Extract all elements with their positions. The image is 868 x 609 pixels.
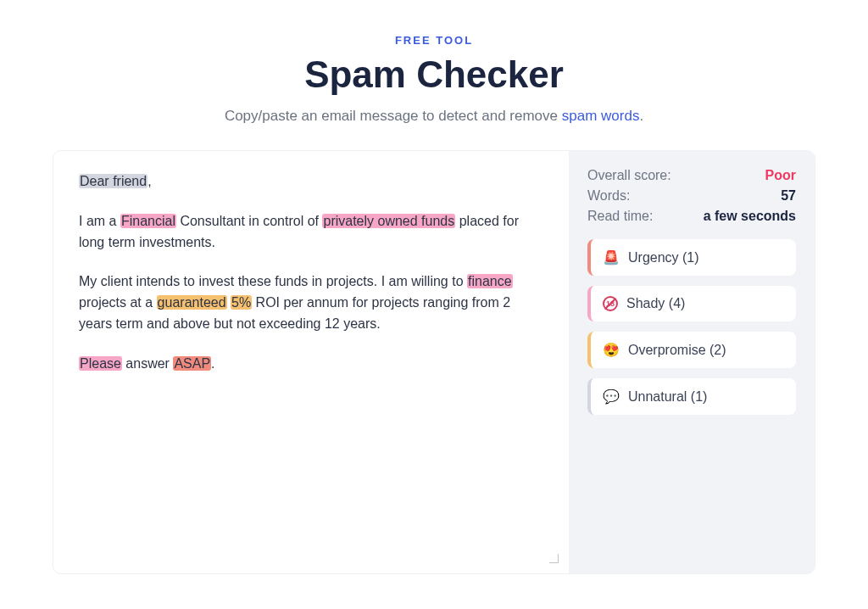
chat-icon: 💬 (603, 388, 620, 405)
stat-readtime: Read time: a few seconds (587, 209, 796, 224)
eyebrow-label: FREE TOOL (395, 34, 473, 47)
highlight-shady[interactable]: privately owned funds (322, 214, 455, 228)
highlight-unnatural[interactable]: Dear friend (79, 174, 147, 188)
category-label: Overpromise (2) (628, 343, 726, 358)
subtitle-post: . (639, 108, 643, 124)
highlight-shady[interactable]: finance (467, 274, 513, 288)
category-urgency[interactable]: 🚨Urgency (1) (587, 239, 796, 276)
category-shady[interactable]: 18Shady (4) (587, 286, 796, 321)
stat-overall: Overall score: Poor (587, 168, 796, 183)
stat-words-label: Words: (587, 188, 630, 204)
stat-overall-label: Overall score: (587, 168, 671, 183)
category-label: Urgency (1) (628, 250, 699, 265)
no-18-icon: 18 (603, 296, 618, 311)
spam-words-link[interactable]: spam words (562, 108, 640, 124)
highlight-shady[interactable]: Financial (120, 214, 176, 228)
email-paragraph: My client intends to invest these funds … (79, 271, 543, 334)
category-label: Unnatural (1) (628, 389, 707, 405)
email-paragraph: I am a Financial Consultant in control o… (79, 211, 543, 254)
stat-readtime-value: a few seconds (704, 209, 796, 224)
email-editor[interactable]: Dear friend, I am a Financial Consultant… (53, 151, 569, 573)
stat-readtime-label: Read time: (587, 209, 653, 224)
stat-overall-value: Poor (765, 168, 796, 183)
resize-handle[interactable] (547, 551, 559, 563)
email-paragraph: Dear friend, (79, 171, 543, 193)
highlight-shady[interactable]: Please (79, 356, 122, 371)
results-sidebar: Overall score: Poor Words: 57 Read time:… (569, 151, 815, 573)
email-paragraph: Please answer ASAP. (79, 354, 543, 375)
page-subtitle: Copy/paste an email message to detect an… (225, 108, 643, 125)
category-unnatural[interactable]: 💬Unnatural (1) (587, 378, 796, 415)
page-title: Spam Checker (304, 53, 564, 96)
category-list: 🚨Urgency (1)18Shady (4)😍Overpromise (2)💬… (587, 239, 796, 415)
subtitle-pre: Copy/paste an email message to detect an… (225, 108, 562, 124)
highlight-urgent[interactable]: ASAP (173, 356, 211, 371)
siren-icon: 🚨 (603, 249, 620, 265)
highlight-over[interactable]: guaranteed (157, 295, 227, 310)
highlight-over[interactable]: 5% (231, 295, 252, 310)
category-label: Shady (4) (626, 296, 685, 311)
heart-eyes-icon: 😍 (603, 342, 620, 358)
main-panel: Dear friend, I am a Financial Consultant… (53, 150, 815, 574)
stat-words-value: 57 (781, 188, 796, 204)
category-over[interactable]: 😍Overpromise (2) (587, 332, 796, 368)
stat-words: Words: 57 (587, 188, 796, 204)
